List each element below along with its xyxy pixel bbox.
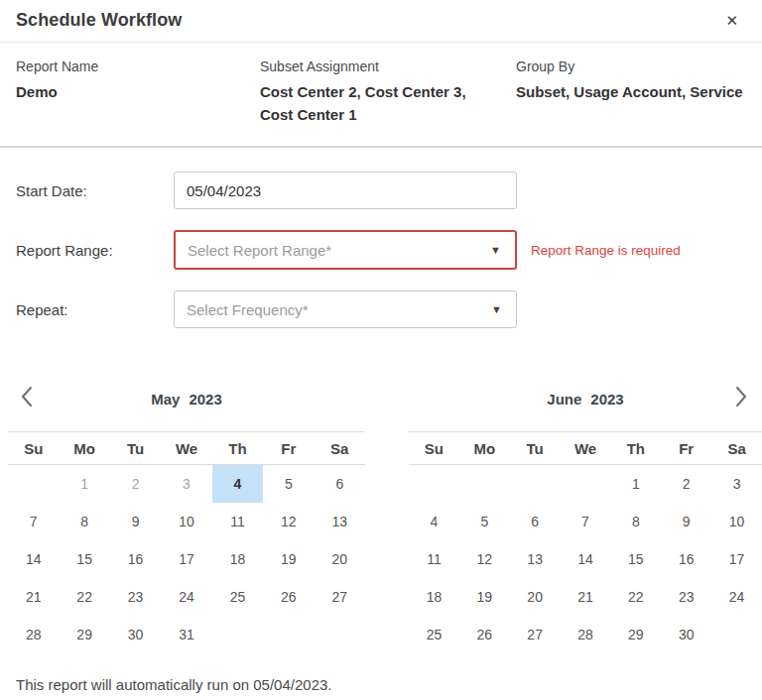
calendar-day[interactable]: 16 (110, 540, 161, 578)
dialog-title: Schedule Workflow (16, 10, 182, 31)
chevron-down-icon: ▼ (491, 304, 502, 315)
calendar-day[interactable]: 14 (8, 540, 59, 578)
calendar-day[interactable]: 3 (711, 465, 762, 503)
calendar-day[interactable]: 14 (561, 540, 611, 578)
calendar-day-empty (561, 465, 611, 503)
weekday-label: We (561, 440, 611, 457)
calendar-day-empty (315, 616, 365, 653)
calendar-day[interactable]: 22 (610, 578, 661, 616)
calendar-day[interactable]: 4 (212, 465, 263, 503)
calendar-title: May2023 (151, 391, 222, 408)
calendar-day[interactable]: 29 (59, 616, 109, 653)
calendar-day[interactable]: 19 (459, 578, 510, 616)
weekday-label: Su (8, 440, 59, 457)
calendar-day[interactable]: 12 (263, 503, 314, 540)
calendar-day[interactable]: 26 (263, 578, 314, 616)
calendar-day[interactable]: 25 (409, 616, 459, 653)
summary-group-by: Group By Subset, Usage Account, Service (516, 57, 746, 126)
calendar-month: June (547, 391, 581, 408)
calendar-day[interactable]: 13 (315, 503, 365, 540)
calendar-day[interactable]: 27 (510, 616, 561, 653)
weekday-label: Sa (315, 440, 365, 457)
calendar-day[interactable]: 27 (315, 578, 365, 616)
calendar-day[interactable]: 12 (459, 540, 510, 578)
previous-month-button[interactable] (16, 383, 38, 410)
start-date-input[interactable] (174, 172, 517, 209)
calendar-day[interactable]: 20 (315, 540, 365, 578)
calendar-day[interactable]: 15 (59, 540, 109, 578)
weekday-label: Mo (59, 440, 109, 457)
calendar-day[interactable]: 29 (610, 616, 661, 653)
calendar-day[interactable]: 10 (161, 503, 211, 540)
chevron-right-icon (732, 385, 750, 408)
calendar-day[interactable]: 18 (212, 540, 263, 578)
calendar-day[interactable]: 26 (459, 616, 510, 653)
calendar-day[interactable]: 23 (661, 578, 711, 616)
calendar-day[interactable]: 19 (263, 540, 314, 578)
calendar-day[interactable]: 30 (661, 616, 711, 653)
calendar-day[interactable]: 7 (561, 503, 611, 540)
calendar-day[interactable]: 3 (161, 465, 211, 503)
summary-report-name: Report Name Demo (16, 57, 260, 126)
calendar-day[interactable]: 31 (161, 616, 211, 653)
calendar-day[interactable]: 16 (661, 540, 711, 578)
calendar-day[interactable]: 28 (561, 616, 611, 653)
weekday-label: Th (212, 440, 263, 457)
calendar-day[interactable]: 2 (661, 465, 711, 503)
calendar-day[interactable]: 7 (8, 503, 59, 540)
calendar-day[interactable]: 21 (8, 578, 59, 616)
calendar-day[interactable]: 2 (110, 465, 161, 503)
repeat-row: Repeat: Select Frequency* ▼ (16, 291, 746, 328)
calendar-day[interactable]: 1 (610, 465, 661, 503)
calendar-day[interactable]: 24 (161, 578, 211, 616)
chevron-down-icon: ▼ (490, 245, 501, 256)
calendar-day-empty (8, 465, 59, 503)
calendar-day[interactable]: 11 (409, 540, 459, 578)
report-range-select[interactable]: Select Report Range* ▼ (174, 230, 517, 270)
calendar-header: June2023 (409, 379, 762, 418)
calendar-day[interactable]: 25 (212, 578, 263, 616)
calendar-day[interactable]: 24 (711, 578, 762, 616)
calendar-day[interactable]: 17 (711, 540, 762, 578)
calendar-day[interactable]: 22 (59, 578, 109, 616)
next-month-button[interactable] (730, 383, 752, 410)
calendar-day[interactable]: 5 (459, 503, 510, 540)
calendar-day[interactable]: 6 (315, 465, 365, 503)
calendar-day[interactable]: 15 (610, 540, 661, 578)
weekday-label: Tu (110, 440, 161, 457)
report-name-label: Report Name (16, 57, 260, 77)
weekday-label: Fr (263, 440, 314, 457)
calendar-day[interactable]: 9 (661, 503, 711, 540)
calendar-day[interactable]: 21 (561, 578, 611, 616)
repeat-select[interactable]: Select Frequency* ▼ (174, 291, 517, 328)
calendar-day[interactable]: 13 (510, 540, 561, 578)
calendar-day[interactable]: 28 (8, 616, 59, 653)
calendar-header: May2023 (8, 379, 365, 418)
weekday-label: Mo (459, 440, 510, 457)
weekday-label: Th (610, 440, 661, 457)
repeat-placeholder: Select Frequency* (187, 301, 309, 318)
calendar-day[interactable]: 8 (59, 503, 109, 540)
weekday-header-row: SuMoTuWeThFrSa (8, 431, 365, 465)
calendar-day[interactable]: 23 (110, 578, 161, 616)
calendar-day[interactable]: 11 (212, 503, 263, 540)
calendar-day[interactable]: 9 (110, 503, 161, 540)
calendar-year: 2023 (590, 391, 623, 408)
calendar-day[interactable]: 5 (263, 465, 314, 503)
subset-assignment-label: Subset Assignment (260, 57, 516, 77)
date-picker: May2023 SuMoTuWeThFrSa 12345678910111213… (0, 349, 762, 653)
calendar-day[interactable]: 1 (59, 465, 109, 503)
calendar-day[interactable]: 8 (610, 503, 661, 540)
close-icon[interactable]: ✕ (719, 9, 744, 32)
repeat-label: Repeat: (16, 301, 174, 318)
chevron-left-icon (18, 385, 36, 408)
schedule-form: Start Date: Report Range: Select Report … (0, 148, 762, 328)
calendar-day[interactable]: 10 (711, 503, 762, 540)
calendar-day[interactable]: 30 (110, 616, 161, 653)
calendar-day[interactable]: 17 (161, 540, 211, 578)
calendar-title: June2023 (547, 391, 623, 408)
calendar-day[interactable]: 6 (510, 503, 561, 540)
calendar-day[interactable]: 20 (510, 578, 561, 616)
calendar-day[interactable]: 18 (409, 578, 459, 616)
calendar-day[interactable]: 4 (409, 503, 459, 540)
